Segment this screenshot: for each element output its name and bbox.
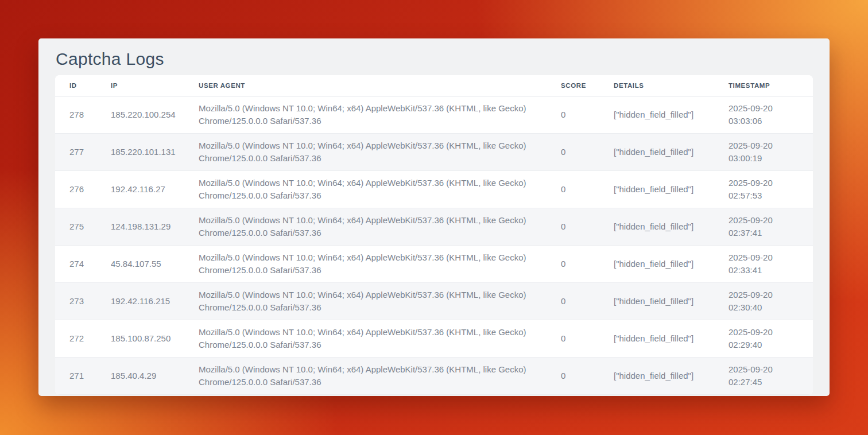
cell-ip: 185.220.100.254 [111,96,199,134]
cell-score: 0 [561,246,614,283]
cell-ip: 185.220.101.131 [111,134,199,171]
cell-timestamp: 2025-09-20 03:03:06 [728,96,813,134]
page-title: Captcha Logs [56,48,812,71]
cell-timestamp: 2025-09-20 02:33:41 [728,246,813,283]
cell-timestamp: 2025-09-20 03:00:19 [728,134,813,171]
table-row: 271 185.40.4.29 Mozilla/5.0 (Windows NT … [55,358,813,395]
cell-score: 0 [561,320,614,358]
table-row: 275 124.198.131.29 Mozilla/5.0 (Windows … [55,208,813,246]
captcha-logs-card: Captcha Logs ID IP USER AGENT SCORE DETA… [38,38,830,396]
cell-ip: 45.84.107.55 [111,246,199,283]
cell-id: 278 [55,96,111,134]
cell-timestamp: 2025-09-20 02:37:41 [728,208,813,246]
column-header-user-agent: USER AGENT [199,75,561,96]
cell-ip: 192.42.116.27 [111,171,199,208]
cell-id: 275 [55,208,111,246]
cell-id: 271 [55,358,111,395]
table-header: ID IP USER AGENT SCORE DETAILS TIMESTAMP [55,75,813,96]
cell-details: ["hidden_field_filled"] [614,320,728,358]
table-header-row: ID IP USER AGENT SCORE DETAILS TIMESTAMP [55,75,813,96]
cell-score: 0 [561,208,614,246]
cell-score: 0 [561,96,614,134]
cell-details: ["hidden_field_filled"] [614,358,728,395]
cell-ip: 124.198.131.29 [111,208,199,246]
cell-id: 276 [55,171,111,208]
table-row: 274 45.84.107.55 Mozilla/5.0 (Windows NT… [55,246,813,283]
cell-score: 0 [561,171,614,208]
cell-user-agent: Mozilla/5.0 (Windows NT 10.0; Win64; x64… [199,171,561,208]
column-header-details: DETAILS [614,75,728,96]
cell-user-agent: Mozilla/5.0 (Windows NT 10.0; Win64; x64… [199,134,561,171]
cell-timestamp: 2025-09-20 02:30:40 [728,283,813,320]
cell-details: ["hidden_field_filled"] [614,208,728,246]
cell-id: 277 [55,134,111,171]
table-body: 278 185.220.100.254 Mozilla/5.0 (Windows… [55,96,813,395]
cell-details: ["hidden_field_filled"] [614,134,728,171]
cell-details: ["hidden_field_filled"] [614,171,728,208]
cell-details: ["hidden_field_filled"] [614,283,728,320]
cell-ip: 185.40.4.29 [111,358,199,395]
logs-table-container: ID IP USER AGENT SCORE DETAILS TIMESTAMP… [55,75,813,395]
cell-user-agent: Mozilla/5.0 (Windows NT 10.0; Win64; x64… [199,283,561,320]
table-row: 278 185.220.100.254 Mozilla/5.0 (Windows… [55,96,813,134]
cell-details: ["hidden_field_filled"] [614,96,728,134]
logs-table: ID IP USER AGENT SCORE DETAILS TIMESTAMP… [55,75,813,395]
cell-score: 0 [561,283,614,320]
table-row: 273 192.42.116.215 Mozilla/5.0 (Windows … [55,283,813,320]
cell-user-agent: Mozilla/5.0 (Windows NT 10.0; Win64; x64… [199,246,561,283]
cell-user-agent: Mozilla/5.0 (Windows NT 10.0; Win64; x64… [199,208,561,246]
table-row: 276 192.42.116.27 Mozilla/5.0 (Windows N… [55,171,813,208]
cell-timestamp: 2025-09-20 02:57:53 [728,171,813,208]
column-header-ip: IP [111,75,199,96]
cell-user-agent: Mozilla/5.0 (Windows NT 10.0; Win64; x64… [199,96,561,134]
cell-score: 0 [561,358,614,395]
cell-user-agent: Mozilla/5.0 (Windows NT 10.0; Win64; x64… [199,358,561,395]
cell-timestamp: 2025-09-20 02:29:40 [728,320,813,358]
column-header-id: ID [55,75,111,96]
table-row: 277 185.220.101.131 Mozilla/5.0 (Windows… [55,134,813,171]
cell-ip: 192.42.116.215 [111,283,199,320]
cell-details: ["hidden_field_filled"] [614,246,728,283]
cell-id: 273 [55,283,111,320]
column-header-score: SCORE [561,75,614,96]
cell-timestamp: 2025-09-20 02:27:45 [728,358,813,395]
cell-id: 272 [55,320,111,358]
column-header-timestamp: TIMESTAMP [728,75,813,96]
cell-score: 0 [561,134,614,171]
cell-user-agent: Mozilla/5.0 (Windows NT 10.0; Win64; x64… [199,320,561,358]
cell-id: 274 [55,246,111,283]
cell-ip: 185.100.87.250 [111,320,199,358]
table-row: 272 185.100.87.250 Mozilla/5.0 (Windows … [55,320,813,358]
